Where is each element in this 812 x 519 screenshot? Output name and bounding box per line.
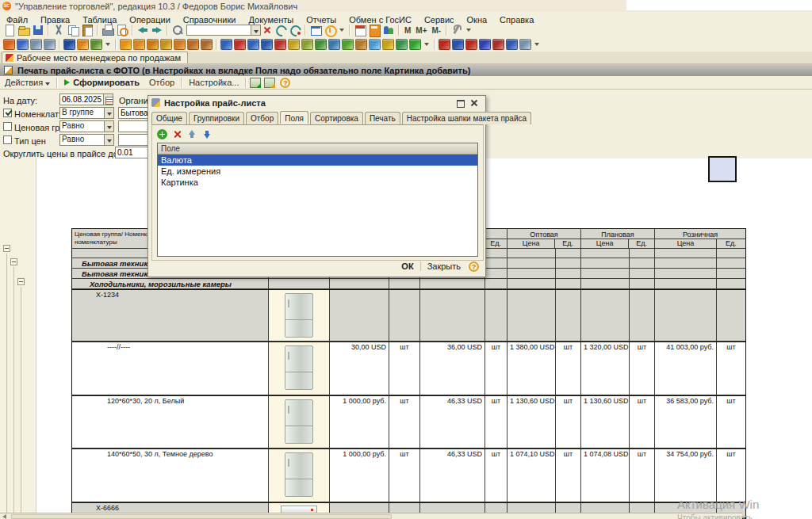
undo-icon[interactable] [136, 24, 149, 36]
dropdown-caret-icon[interactable] [424, 43, 429, 46]
clear-search-icon[interactable] [262, 25, 272, 35]
unit-column-header[interactable]: Ед. [485, 239, 507, 248]
nomenclature-table-icon[interactable] [77, 39, 89, 50]
buyer-debt-icon[interactable] [465, 39, 477, 50]
item-row-name[interactable]: 120*60*30, 20 л, Белый [72, 396, 269, 448]
price-cell[interactable]: 36 583,00 руб. [655, 396, 717, 448]
price-cell[interactable] [330, 279, 389, 288]
group-row-name[interactable]: Холодильники, морозильные камеры [72, 279, 269, 288]
discounts-icon[interactable] [174, 39, 186, 50]
add-icon[interactable] [157, 129, 167, 139]
price-cell[interactable] [581, 269, 630, 278]
unit-column-header[interactable]: Ед. [555, 239, 580, 248]
print-form-icon[interactable] [17, 39, 29, 50]
maximize-icon[interactable] [455, 98, 465, 108]
nomenclature-prices-icon[interactable] [120, 39, 132, 50]
tab-obschie[interactable]: Общие [151, 112, 187, 124]
cut-icon[interactable] [52, 24, 65, 36]
collapse-group-button[interactable] [3, 245, 10, 252]
price-cell[interactable]: 46,33 USD [420, 396, 485, 448]
help-icon[interactable]: ? [280, 78, 290, 88]
unit-cell[interactable] [556, 279, 581, 288]
copy-icon[interactable] [67, 24, 79, 36]
unit-cell[interactable] [630, 269, 655, 278]
price-cell[interactable] [508, 279, 556, 288]
goods-transfer-icon[interactable] [328, 39, 340, 50]
unit-column-header[interactable]: Ед. [717, 239, 745, 248]
cash-receipt-icon[interactable] [288, 39, 300, 50]
cash-expense-icon[interactable] [301, 39, 313, 50]
date-input[interactable] [59, 93, 104, 105]
price-cell[interactable]: 30,00 USD [330, 342, 389, 395]
windows-icon[interactable] [309, 24, 322, 36]
unit-cell[interactable] [556, 258, 581, 268]
price-column-header[interactable]: Цена [655, 239, 717, 248]
price-cell[interactable]: 1 000,00 руб. [330, 449, 389, 502]
date-picker-button[interactable] [103, 93, 113, 105]
price-type-condition-select[interactable]: Равно [59, 134, 105, 146]
unit-cell[interactable] [717, 249, 745, 258]
list-item-valuta[interactable]: Валюта [158, 155, 477, 166]
price-type-group-header[interactable]: ОптоваяЦенаЕд. [508, 229, 581, 248]
close-icon[interactable] [469, 98, 479, 108]
group-name[interactable]: Розничная [655, 229, 745, 239]
collapse-group-button[interactable] [10, 258, 17, 265]
tab-nastroyka-shapki[interactable]: Настройка шапки макета прайса [402, 112, 531, 124]
close-button[interactable]: Закрыть [423, 261, 465, 271]
unit-cell[interactable]: шт [485, 396, 508, 448]
move-down-icon[interactable] [202, 129, 213, 139]
users-icon[interactable] [382, 24, 395, 36]
tab-gruppirovki[interactable]: Группировки [189, 112, 244, 124]
show-in-list-related-icon[interactable] [289, 24, 301, 36]
unit-cell[interactable]: шт [485, 449, 508, 502]
price-cell[interactable] [655, 290, 717, 341]
unit-cell[interactable]: шт [630, 449, 655, 502]
unit-cell[interactable]: шт [389, 396, 420, 448]
unit-cell[interactable] [717, 269, 745, 278]
nomenclature-condition-dropdown[interactable] [104, 107, 114, 119]
unit-cell[interactable]: шт [556, 449, 581, 502]
data-export-icon[interactable] [396, 39, 408, 50]
dialog-title-bar[interactable]: Настройка прайс-листа [148, 96, 485, 109]
price-cell[interactable] [508, 290, 556, 341]
price-cell[interactable] [581, 279, 630, 288]
price-cell[interactable]: 41 003,00 руб. [655, 342, 717, 395]
supplier-order-icon[interactable] [234, 39, 246, 50]
invoice-icon[interactable] [247, 39, 259, 50]
picture-cell[interactable] [269, 290, 330, 341]
database-icon[interactable] [409, 39, 421, 50]
price-cell[interactable]: 1 000,00 руб. [330, 396, 389, 448]
price-column-header[interactable]: Цена [508, 239, 555, 248]
memory-add-button[interactable]: M+ [416, 26, 427, 35]
tools-icon[interactable] [450, 24, 463, 36]
picture-cell[interactable] [269, 342, 330, 395]
price-type-group-header[interactable]: ПлановаяЦенаЕд. [581, 229, 655, 248]
move-up-icon[interactable] [187, 129, 197, 139]
nomenclature-condition-select[interactable]: В группе [59, 107, 105, 119]
selected-cell-indicator[interactable] [708, 156, 737, 182]
price-cell[interactable]: 36,00 USD [420, 342, 485, 395]
price-cell[interactable]: 46,33 USD [420, 449, 485, 502]
nomenclature-checkbox[interactable] [3, 109, 12, 117]
unit-cell[interactable] [485, 258, 508, 268]
doc-approve-icon[interactable] [369, 39, 381, 50]
paste-icon[interactable] [81, 24, 94, 36]
redo-icon[interactable] [151, 24, 163, 36]
sales-doc-icon[interactable] [261, 39, 273, 50]
printer-doc-icon[interactable] [30, 39, 42, 50]
price-group-condition-dropdown[interactable] [104, 120, 114, 132]
price-group-condition-select[interactable]: Равно [59, 120, 105, 132]
price-cell[interactable]: 1 130,60 USD [508, 396, 556, 448]
unit-cell[interactable] [389, 279, 420, 288]
contacts-icon[interactable] [63, 39, 75, 50]
unit-cell[interactable]: шт [717, 342, 745, 395]
report-edit-icon[interactable] [90, 39, 102, 50]
price-cell[interactable]: 1 130,60 USD [581, 396, 630, 448]
dialog-help-icon[interactable]: ? [469, 261, 479, 272]
unit-cell[interactable] [630, 290, 655, 341]
unit-cell[interactable]: шт [556, 396, 581, 448]
info-icon[interactable] [324, 24, 336, 36]
show-in-list-icon[interactable] [274, 24, 287, 36]
print-icon[interactable] [102, 24, 114, 36]
unit-cell[interactable]: шт [630, 342, 655, 395]
